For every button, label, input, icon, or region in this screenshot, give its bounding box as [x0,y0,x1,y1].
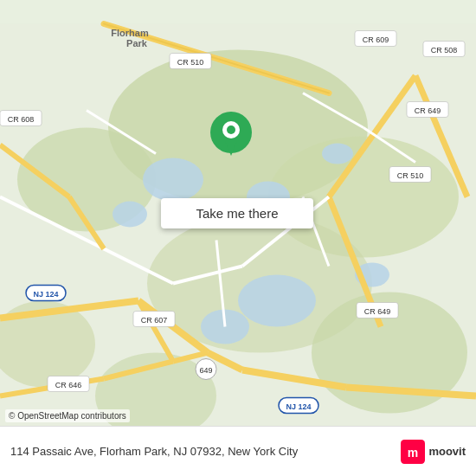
svg-text:CR 646: CR 646 [55,381,82,389]
moovit-icon-svg: m [401,440,425,464]
location-pin [205,111,257,171]
svg-text:NJ 124: NJ 124 [33,290,58,299]
svg-point-8 [143,158,203,202]
svg-text:CR 607: CR 607 [141,316,168,325]
svg-point-11 [322,144,353,164]
svg-text:CR 508: CR 508 [431,46,458,55]
svg-text:NJ 124: NJ 124 [286,402,311,411]
osm-attribution: © OpenStreetMap contributors [5,409,130,422]
svg-text:Park: Park [126,38,148,48]
svg-text:CR 649: CR 649 [364,307,391,316]
svg-text:Florham: Florham [111,28,149,38]
svg-text:CR 609: CR 609 [363,35,389,44]
map-svg: CR 609 CR 508 CR 510 CR 608 CR 649 CR 51… [0,0,476,476]
moovit-label: moovit [428,445,466,459]
info-bar: 114 Passaic Ave, Florham Park, NJ 07932,… [0,426,476,476]
svg-text:CR 608: CR 608 [8,115,35,124]
svg-text:649: 649 [199,366,212,375]
svg-text:m: m [408,445,418,459]
take-me-there-button[interactable]: Take me there [161,198,313,228]
svg-text:CR 510: CR 510 [177,58,204,67]
moovit-logo: m moovit [401,440,466,464]
svg-point-9 [113,202,147,228]
svg-text:CR 649: CR 649 [415,106,441,115]
map-container: CR 609 CR 508 CR 510 CR 608 CR 649 CR 51… [0,0,476,476]
svg-point-12 [238,275,316,327]
svg-point-68 [227,125,235,134]
address-text: 114 Passaic Ave, Florham Park, NJ 07932,… [10,445,401,458]
svg-text:CR 510: CR 510 [397,171,424,180]
